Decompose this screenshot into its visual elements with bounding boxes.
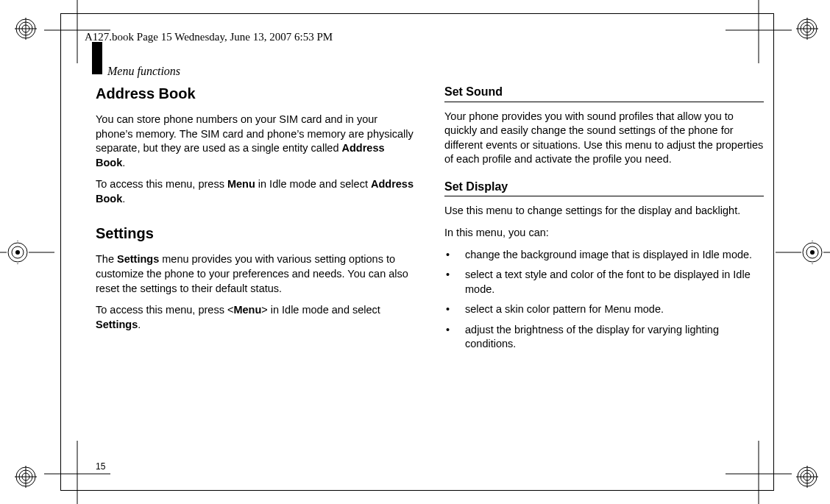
svg-point-15 <box>798 467 817 486</box>
registration-mark-icon <box>15 18 37 40</box>
svg-point-23 <box>803 243 822 262</box>
list-item: select a skin color pattern for Menu mod… <box>444 302 764 317</box>
body-text: To access this menu, press Menu in Idle … <box>96 177 415 206</box>
svg-point-10 <box>16 467 35 486</box>
page-content: Address Book You can store phone numbers… <box>96 82 764 358</box>
svg-point-20 <box>8 243 27 262</box>
body-text: In this menu, you can: <box>444 226 764 241</box>
bullet-list: change the background image that is disp… <box>444 248 764 352</box>
body-text: Your phone provides you with sound profi… <box>444 110 764 167</box>
document-header: A127.book Page 15 Wednesday, June 13, 20… <box>85 31 333 43</box>
svg-point-7 <box>804 25 811 32</box>
heading-settings: Settings <box>96 224 415 244</box>
svg-point-0 <box>16 19 35 38</box>
body-text: Use this menu to change settings for the… <box>444 204 764 219</box>
svg-point-21 <box>12 246 24 258</box>
list-item: adjust the brightness of the display for… <box>444 323 764 352</box>
registration-mark-icon <box>15 466 37 488</box>
body-text: You can store phone numbers on your SIM … <box>96 113 415 170</box>
svg-point-25 <box>810 250 815 255</box>
svg-point-5 <box>798 19 817 38</box>
svg-point-1 <box>19 22 32 35</box>
svg-point-24 <box>806 246 818 258</box>
right-column: Set Sound Your phone provides you with s… <box>444 82 764 358</box>
left-column: Address Book You can store phone numbers… <box>96 82 415 358</box>
list-item: change the background image that is disp… <box>444 248 764 263</box>
svg-point-12 <box>22 473 29 480</box>
heading-set-display: Set Display <box>444 179 764 197</box>
list-item: select a text style and color of the fon… <box>444 268 764 297</box>
side-registration-right-icon <box>776 235 830 270</box>
svg-point-11 <box>19 470 32 483</box>
registration-mark-icon <box>796 466 818 488</box>
svg-point-2 <box>22 25 29 32</box>
side-registration-left-icon <box>0 235 54 270</box>
heading-set-sound: Set Sound <box>444 84 764 102</box>
svg-point-17 <box>804 473 811 480</box>
page-number: 15 <box>96 461 105 472</box>
heading-address-book: Address Book <box>96 84 415 104</box>
svg-point-22 <box>15 250 20 255</box>
section-tab-icon <box>92 42 102 74</box>
body-text: To access this menu, press <Menu> in Idl… <box>96 303 415 332</box>
svg-point-6 <box>801 22 814 35</box>
registration-mark-icon <box>796 18 818 40</box>
body-text: The Settings menu provides you with vari… <box>96 252 415 296</box>
svg-point-16 <box>801 470 814 483</box>
section-label: Menu functions <box>107 65 180 78</box>
